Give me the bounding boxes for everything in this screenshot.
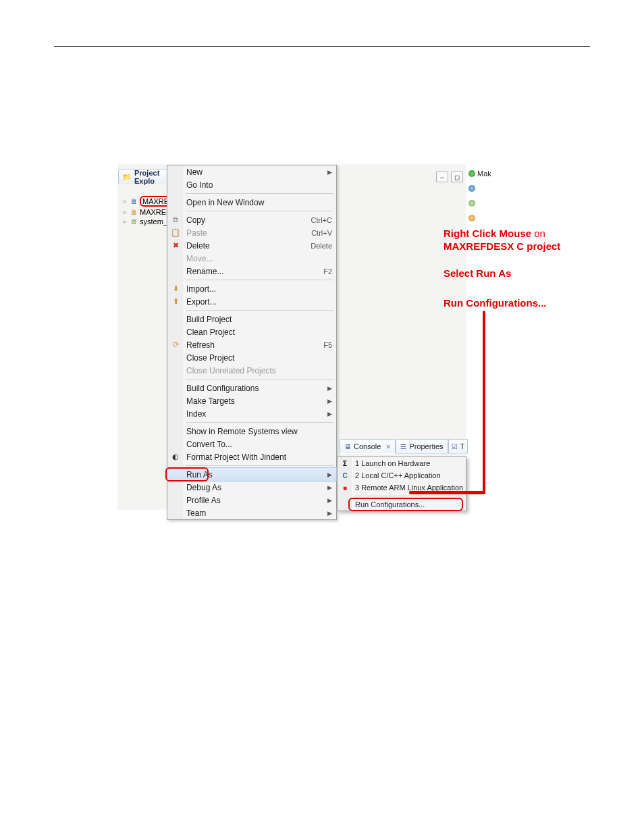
properties-tab[interactable]: ☰ Properties xyxy=(396,439,448,454)
annotation-run-configurations: Run Configurations... xyxy=(444,297,619,310)
submenu-arrow-icon: ▶ xyxy=(327,411,336,417)
menu-item-rename[interactable]: Rename...F2 xyxy=(167,265,336,278)
menu-item-open-in-new-window[interactable]: Open in New Window xyxy=(167,196,336,209)
toolbar-icon-c[interactable] xyxy=(468,212,494,224)
maximize-view-icon[interactable]: ◻ xyxy=(451,172,463,182)
menu-item-label: Close Unrelated Projects xyxy=(186,366,336,375)
menu-item-go-into[interactable]: Go Into xyxy=(167,178,336,191)
menu-item-label: Delete xyxy=(186,241,311,251)
expand-icon[interactable]: ▹ xyxy=(122,218,128,225)
submenu-item-2-local-c-c-application[interactable]: C2 Local C/C++ Application xyxy=(338,469,466,481)
sigma-icon: Σ xyxy=(340,459,350,468)
menu-item-label: Go Into xyxy=(186,180,336,190)
menu-item-label: Clean Project xyxy=(186,328,336,337)
menu-item-close-unrelated-projects: Close Unrelated Projects xyxy=(167,364,336,377)
menu-separator xyxy=(186,310,333,311)
page-divider xyxy=(54,46,590,47)
menu-separator xyxy=(354,496,463,496)
menu-item-accelerator: Delete xyxy=(311,242,336,250)
annotation-select-run-as: Select Run As xyxy=(444,267,619,280)
remote-icon: ■ xyxy=(340,483,350,492)
annotation-text: MAXREFDESX C project xyxy=(444,240,619,253)
make-target-label: Mak xyxy=(477,170,491,178)
expand-icon[interactable]: ▹ xyxy=(122,198,128,205)
minimize-view-icon[interactable]: – xyxy=(436,172,448,182)
menu-item-new[interactable]: New▶ xyxy=(167,165,336,178)
menu-item-convert-to[interactable]: Convert To... xyxy=(167,438,336,450)
menu-item-debug-as[interactable]: Debug As▶ xyxy=(167,481,336,494)
expand-icon[interactable]: ▹ xyxy=(122,209,128,215)
menu-item-label: Copy xyxy=(186,215,311,225)
menu-item-refresh[interactable]: ⟳RefreshF5 xyxy=(167,338,336,351)
properties-icon: ☰ xyxy=(400,443,406,450)
bsp-project-icon: 🗎 xyxy=(130,217,138,226)
menu-item-run-as[interactable]: Run As▶ xyxy=(167,468,336,481)
dot-icon xyxy=(468,215,475,221)
menu-item-label: Run As xyxy=(186,470,327,479)
menu-item-label: Convert To... xyxy=(186,440,336,449)
annotation-connector-vertical xyxy=(483,311,485,494)
import-icon: ⬇ xyxy=(170,284,181,294)
refresh-icon: ⟳ xyxy=(170,340,181,350)
submenu-arrow-icon: ▶ xyxy=(327,484,336,491)
toolbar-icon-a[interactable] xyxy=(468,182,494,194)
task-icon: ☑ xyxy=(452,443,458,450)
delete-icon: ✖ xyxy=(170,240,181,251)
menu-item-show-in-remote-systems-view[interactable]: Show in Remote Systems view xyxy=(167,425,336,438)
menu-item-accelerator: Ctrl+C xyxy=(311,216,336,224)
menu-item-build-configurations[interactable]: Build Configurations▶ xyxy=(167,382,336,394)
menu-item-label: Team xyxy=(186,509,327,518)
tree-item-label: system_ xyxy=(140,217,167,226)
menu-separator xyxy=(186,193,333,194)
menu-item-clean-project[interactable]: Clean Project xyxy=(167,325,336,338)
annotation-text: Right Click Mouse xyxy=(444,228,531,239)
menu-item-close-project[interactable]: Close Project xyxy=(167,351,336,364)
task-tab-label: T xyxy=(460,442,465,450)
menu-item-delete[interactable]: ✖DeleteDelete xyxy=(167,239,336,252)
submenu-item-run-configurations[interactable]: Run Configurations... xyxy=(338,498,466,511)
menu-item-label: Refresh xyxy=(186,340,323,350)
toolbar-icon-b[interactable] xyxy=(468,197,494,209)
menu-item-index[interactable]: Index▶ xyxy=(167,407,336,420)
menu-item-import[interactable]: ⬇Import... xyxy=(167,282,336,295)
menu-item-make-targets[interactable]: Make Targets▶ xyxy=(167,394,336,407)
make-target-button[interactable]: Mak xyxy=(468,167,494,180)
properties-tab-label: Properties xyxy=(409,442,443,450)
menu-item-team[interactable]: Team▶ xyxy=(167,506,336,519)
extra-tab[interactable]: ☑ T xyxy=(448,439,468,454)
submenu-item-1-launch-on-hardware[interactable]: Σ1 Launch on Hardware xyxy=(338,457,466,469)
folder-icon: 📁 xyxy=(122,173,132,182)
menu-item-profile-as[interactable]: Profile As▶ xyxy=(167,494,336,506)
menu-item-accelerator: Ctrl+V xyxy=(311,229,336,237)
annotation-text: Run Configurations... xyxy=(444,297,546,309)
menu-item-copy[interactable]: ⧉CopyCtrl+C xyxy=(167,213,336,226)
c-app-icon: C xyxy=(340,471,350,480)
close-icon[interactable]: ✕ xyxy=(383,443,391,450)
console-tab[interactable]: 🖥 Console ✕ xyxy=(340,439,396,454)
menu-item-label: Export... xyxy=(186,297,336,307)
menu-item-label: Open in New Window xyxy=(186,198,336,207)
dot-icon xyxy=(468,200,475,207)
copy-icon: ⧉ xyxy=(170,215,181,225)
menu-item-build-project[interactable]: Build Project xyxy=(167,313,336,325)
menu-item-label: Format Project With Jindent xyxy=(186,452,336,462)
menu-item-format-project-with-jindent[interactable]: ◐Format Project With Jindent xyxy=(167,450,336,463)
submenu-arrow-icon: ▶ xyxy=(327,471,336,478)
submenu-item-label: Run Configurations... xyxy=(355,500,425,509)
menu-item-label: Make Targets xyxy=(186,396,327,406)
menu-item-label: Build Configurations xyxy=(186,384,327,393)
menu-item-accelerator: F2 xyxy=(323,267,336,276)
menu-separator xyxy=(186,422,333,423)
submenu-arrow-icon: ▶ xyxy=(327,510,336,517)
menu-item-accelerator: F5 xyxy=(323,341,336,349)
c-project-icon: 🗎 xyxy=(130,197,138,205)
annotation-right-click: Right Click Mouse on MAXREFDESX C projec… xyxy=(444,228,619,253)
menu-item-label: Rename... xyxy=(186,267,323,276)
menu-item-export[interactable]: ⬆Export... xyxy=(167,295,336,308)
submenu-arrow-icon: ▶ xyxy=(327,398,336,405)
menu-item-label: Debug As xyxy=(186,483,327,492)
dot-icon xyxy=(468,185,475,192)
annotation-text: Select Run As xyxy=(444,267,511,279)
paste-icon: 📋 xyxy=(170,228,181,238)
menu-item-label: Import... xyxy=(186,284,336,294)
